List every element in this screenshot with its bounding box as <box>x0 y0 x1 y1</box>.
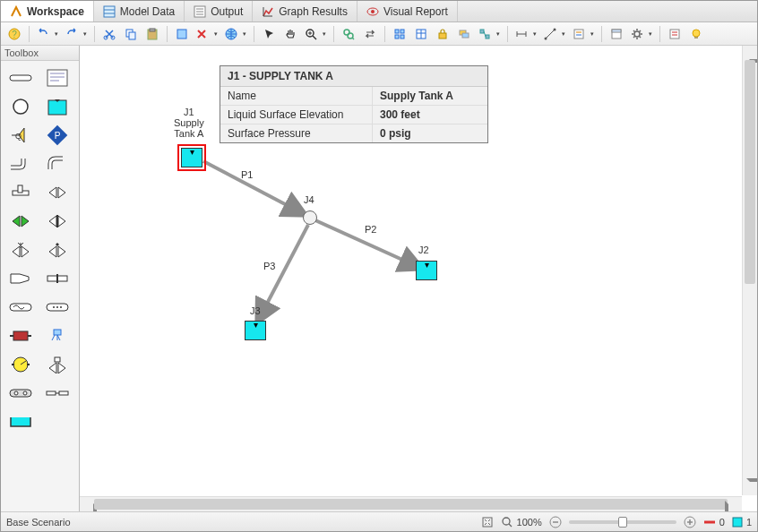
tool-bend[interactable] <box>43 152 72 176</box>
gear-icon[interactable] <box>628 24 655 44</box>
tool-meter[interactable] <box>6 382 35 405</box>
copy-button[interactable] <box>121 24 141 44</box>
paste-button[interactable] <box>142 24 162 44</box>
tool-tank[interactable] <box>43 95 72 118</box>
tool-pump-1[interactable] <box>6 324 35 348</box>
tool-strainer[interactable] <box>43 296 72 319</box>
tool-flow-source[interactable]: Q <box>6 124 35 147</box>
svg-point-10 <box>371 10 375 13</box>
svg-line-22 <box>313 36 316 39</box>
measure-2-icon[interactable] <box>541 24 568 44</box>
tool-elbow[interactable] <box>6 152 35 176</box>
tool-valve[interactable] <box>43 181 72 204</box>
svg-rect-53 <box>670 30 679 39</box>
node-j4[interactable] <box>303 210 317 225</box>
node-j2[interactable] <box>416 261 437 280</box>
pipe-count: 0 <box>703 517 725 528</box>
tab-output[interactable]: Output <box>185 1 253 21</box>
tool-relief-valve[interactable] <box>43 238 72 262</box>
tool-control-valve[interactable] <box>6 238 35 262</box>
node-j3[interactable] <box>245 321 266 340</box>
tool-tee[interactable] <box>6 181 35 204</box>
node-j1[interactable] <box>181 148 202 167</box>
zoom-indicator[interactable]: 100% <box>501 516 542 528</box>
body-area: Toolbox Q P <box>1 46 757 511</box>
tab-graph-results[interactable]: Graph Results <box>253 1 357 21</box>
svg-rect-30 <box>395 35 399 39</box>
info-row-name: Name Supply Tank A <box>220 87 487 105</box>
svg-rect-38 <box>480 30 484 33</box>
undo-button[interactable] <box>34 24 61 44</box>
workspace-icon <box>10 5 22 18</box>
measure-1-icon[interactable] <box>513 24 539 44</box>
junction-count: 1 <box>732 517 752 528</box>
tool-pump-2[interactable] <box>6 353 35 376</box>
pan-tool[interactable] <box>280 24 300 44</box>
svg-rect-35 <box>439 33 446 39</box>
pipe-p3[interactable] <box>258 225 308 321</box>
grid-icon[interactable] <box>390 24 409 44</box>
lightbulb-icon[interactable] <box>686 24 706 44</box>
info-label: Surface Pressure <box>220 124 373 142</box>
fit-to-window-button[interactable] <box>481 516 494 528</box>
view-tabs: Workspace Model Data Output Graph Result… <box>1 1 757 22</box>
tool-stop-valve[interactable] <box>43 210 72 233</box>
tab-label: Visual Report <box>383 5 448 18</box>
info-value: 300 feet <box>373 105 487 124</box>
help-icon[interactable]: ? <box>4 24 24 44</box>
svg-point-76 <box>53 306 55 308</box>
toolbox-title: Toolbox <box>1 46 79 61</box>
tool-orifice[interactable] <box>43 267 72 290</box>
list-icon[interactable] <box>570 24 597 44</box>
tool-reducer[interactable] <box>6 267 35 290</box>
horizontal-scrollbar[interactable] <box>80 496 742 511</box>
redo-button[interactable] <box>63 24 90 44</box>
layers-icon[interactable] <box>454 24 474 44</box>
status-bar: Base Scenario 100% 0 1 <box>1 511 757 531</box>
toolbox-grid: Q P <box>1 61 79 439</box>
svg-rect-29 <box>401 30 404 33</box>
data-form-icon[interactable] <box>665 24 685 44</box>
align-icon[interactable] <box>476 24 503 44</box>
tool-junction[interactable] <box>6 95 35 118</box>
web-button[interactable] <box>222 24 249 44</box>
tool-connector[interactable] <box>43 382 72 405</box>
zoom-in-button[interactable] <box>684 516 696 528</box>
workspace-canvas[interactable]: J1 Supply Tank A J4 J2 J3 P1 P2 P3 J1 - … <box>80 46 757 511</box>
pipe-p1[interactable] <box>203 161 304 214</box>
tool-reservoir[interactable] <box>6 410 35 433</box>
tab-model-data[interactable]: Model Data <box>94 1 185 21</box>
vertical-scrollbar[interactable] <box>742 46 757 495</box>
tool-heat-exchanger[interactable] <box>6 296 35 319</box>
table-icon[interactable] <box>411 24 431 44</box>
pipe-p1-label: P1 <box>241 169 253 180</box>
tool-pipe[interactable] <box>6 66 35 90</box>
tool-check-valve[interactable] <box>6 210 35 233</box>
svg-rect-0 <box>104 6 115 17</box>
scenario-label: Base Scenario <box>6 517 71 528</box>
svg-rect-28 <box>395 30 399 33</box>
tool-pressure-source[interactable]: P <box>43 124 72 147</box>
cut-button[interactable] <box>99 24 119 44</box>
node-j1-label: J1 Supply Tank A <box>174 107 204 139</box>
svg-rect-87 <box>10 390 31 397</box>
lock-icon[interactable] <box>433 24 452 44</box>
tool-valve-ctrl[interactable] <box>43 353 72 376</box>
pointer-tool[interactable] <box>259 24 279 44</box>
info-value: 0 psig <box>373 124 487 142</box>
zoom-slider[interactable] <box>569 520 676 524</box>
tab-workspace[interactable]: Workspace <box>1 1 94 21</box>
tool-spray[interactable] <box>43 324 72 348</box>
zoom-out-button[interactable] <box>549 516 562 528</box>
swap-icon[interactable] <box>360 24 380 44</box>
info-row-pressure: Surface Pressure 0 psig <box>220 124 487 142</box>
form-icon[interactable] <box>607 24 626 44</box>
find-button[interactable] <box>339 24 358 44</box>
tab-visual-report[interactable]: Visual Report <box>357 1 458 21</box>
select-all-button[interactable] <box>172 24 192 44</box>
tool-annotation[interactable] <box>43 66 72 90</box>
delete-button[interactable] <box>194 24 220 44</box>
model-data-icon <box>103 5 116 18</box>
zoom-tool[interactable] <box>302 24 329 44</box>
svg-rect-18 <box>150 29 155 31</box>
